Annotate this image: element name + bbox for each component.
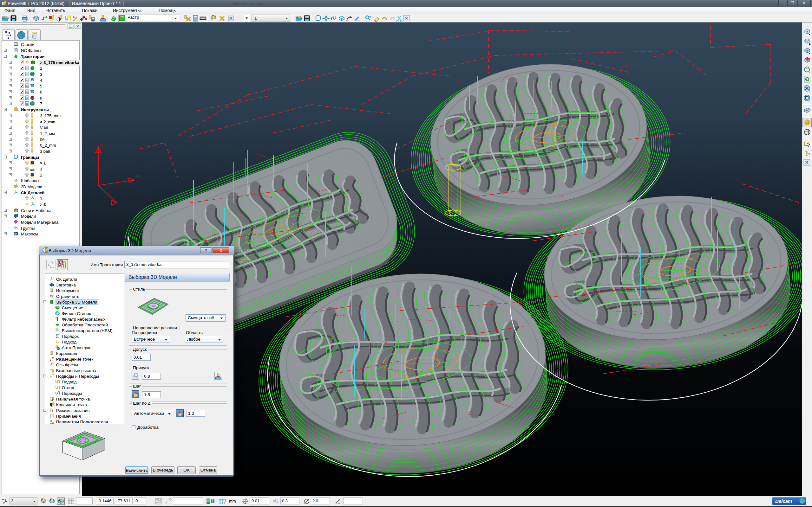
svg-text:x: x — [136, 173, 139, 178]
svg-text:X: X — [41, 498, 43, 501]
svg-text:Y: Y — [50, 498, 52, 501]
svg-text:0 1 2: 0 1 2 — [219, 502, 225, 504]
svg-text:Z: Z — [59, 498, 61, 501]
svg-text:z: z — [101, 142, 103, 147]
